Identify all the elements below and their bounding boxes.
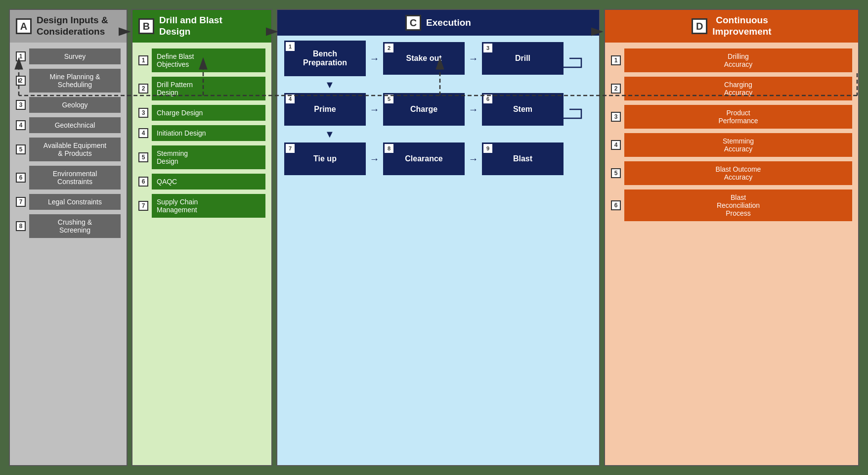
- step-number: 5: [385, 95, 393, 103]
- section-a-letter: A: [16, 18, 32, 34]
- item-label: Charge Design: [152, 105, 265, 121]
- step-number: 6: [483, 95, 492, 103]
- execution-step: 7Tie up: [284, 142, 366, 175]
- item-label: Mine Planning & Scheduling: [29, 69, 121, 93]
- list-item: 2 Drill Pattern Design: [138, 77, 265, 100]
- section-d-header: D Continuous Improvement: [605, 10, 858, 43]
- section-b-items: 1 Define Blast Objectives 2 Drill Patter…: [132, 45, 271, 222]
- list-item: 5 Stemming Design: [138, 145, 265, 169]
- list-item: 6 Environmental Constraints: [16, 166, 121, 190]
- list-item: 4 Initiation Design: [138, 125, 265, 141]
- item-label: Product Performance: [624, 105, 852, 129]
- item-number: 5: [611, 168, 621, 178]
- flow-arrow-return: [564, 48, 583, 68]
- list-item: 1 Drilling Accuracy: [611, 48, 852, 72]
- list-item: 3 Geology: [16, 97, 121, 113]
- section-c-header: C Execution: [277, 10, 599, 36]
- step-number: 1: [286, 42, 295, 51]
- flow-arrow-right: →: [465, 104, 482, 115]
- list-item: 6 Blast Reconciliation Process: [611, 190, 852, 221]
- item-number: 4: [611, 140, 621, 150]
- flow-arrow-right: →: [465, 53, 482, 64]
- execution-row: 1BenchPreparation→2Stake out→3Drill: [284, 41, 592, 76]
- item-number: 3: [138, 108, 148, 118]
- section-c-title: Execution: [426, 17, 471, 29]
- execution-step: 8Clearance: [383, 142, 465, 175]
- list-item: 4 Stemming Accuracy: [611, 133, 852, 157]
- execution-step: 1BenchPreparation: [284, 41, 366, 76]
- list-item: 1 Survey: [16, 48, 121, 64]
- item-label: Stemming Accuracy: [624, 133, 852, 157]
- execution-row: 7Tie up→8Clearance→9Blast: [284, 142, 592, 175]
- item-label: Stemming Design: [152, 145, 265, 169]
- section-b-header: B Drill and Blast Design: [132, 10, 271, 43]
- flow-arrow-right: →: [366, 153, 383, 165]
- item-number: 3: [16, 100, 26, 110]
- item-label: Geotechnical: [29, 117, 121, 133]
- section-d-items: 1 Drilling Accuracy 2 Charging Accuracy …: [605, 45, 858, 225]
- list-item: 1 Define Blast Objectives: [138, 48, 265, 72]
- section-d-title: Continuous Improvement: [712, 15, 771, 38]
- item-number: 8: [16, 221, 26, 231]
- item-label: Available Equipment & Products: [29, 138, 121, 161]
- item-number: 1: [138, 55, 148, 65]
- list-item: 6 QAQC: [138, 174, 265, 190]
- list-item: 5 Blast Outcome Accuracy: [611, 161, 852, 185]
- section-a-title: Design Inputs & Considerations: [37, 15, 108, 38]
- section-d: D Continuous Improvement 1 Drilling Accu…: [604, 9, 859, 466]
- list-item: 7 Legal Constraints: [16, 194, 121, 210]
- list-item: 2 Charging Accuracy: [611, 77, 852, 100]
- item-label: Drilling Accuracy: [624, 48, 852, 72]
- item-number: 4: [16, 120, 26, 130]
- item-label: Geology: [29, 97, 121, 113]
- list-item: 4 Geotechnical: [16, 117, 121, 133]
- execution-grid: 1BenchPreparation→2Stake out→3Drill▼4Pri…: [277, 36, 599, 180]
- list-item: 3 Product Performance: [611, 105, 852, 129]
- item-number: 4: [138, 128, 148, 138]
- section-b-title: Drill and Blast Design: [159, 15, 222, 38]
- list-item: 5 Available Equipment & Products: [16, 138, 121, 161]
- list-item: 3 Charge Design: [138, 105, 265, 121]
- item-label: Crushing & Screening: [29, 214, 121, 238]
- item-number: 7: [138, 201, 148, 211]
- section-d-letter: D: [692, 18, 707, 34]
- execution-step: 9Blast: [482, 142, 564, 175]
- execution-step: 3Drill: [482, 42, 564, 75]
- section-b: B Drill and Blast Design 1 Define Blast …: [131, 9, 272, 466]
- step-number: 9: [483, 144, 492, 153]
- item-number: 6: [16, 173, 26, 183]
- item-number: 6: [138, 177, 148, 187]
- item-number: 1: [16, 51, 26, 61]
- item-label: Drill Pattern Design: [152, 77, 265, 100]
- item-label: Supply Chain Management: [152, 194, 265, 218]
- section-a-items: 1 Survey 2 Mine Planning & Scheduling 3 …: [10, 45, 127, 242]
- step-number: 3: [483, 44, 492, 52]
- list-item: 2 Mine Planning & Scheduling: [16, 69, 121, 93]
- flow-arrow-right: →: [465, 153, 482, 165]
- item-label: Define Blast Objectives: [152, 48, 265, 72]
- execution-row: 4Prime→5Charge→6Stem: [284, 93, 592, 126]
- step-number: 8: [385, 144, 393, 153]
- step-number: 4: [286, 95, 295, 103]
- item-label: Charging Accuracy: [624, 77, 852, 100]
- flow-arrow-down: ▼: [284, 79, 592, 90]
- item-label: Environmental Constraints: [29, 166, 121, 190]
- item-label: Blast Reconciliation Process: [624, 190, 852, 221]
- section-a: A Design Inputs & Considerations 1 Surve…: [9, 9, 128, 466]
- item-number: 7: [16, 197, 26, 207]
- list-item: 7 Supply Chain Management: [138, 194, 265, 218]
- item-number: 6: [611, 200, 621, 210]
- flow-arrow-right: →: [366, 53, 383, 64]
- list-item: 8 Crushing & Screening: [16, 214, 121, 238]
- execution-step: 6Stem: [482, 93, 564, 126]
- item-number: 1: [611, 55, 621, 65]
- section-c: C Execution 1BenchPreparation→2Stake out…: [276, 9, 600, 466]
- flow-arrow-down: ▼: [284, 129, 592, 140]
- item-label: QAQC: [152, 174, 265, 190]
- step-number: 2: [385, 44, 393, 52]
- section-c-letter: C: [405, 15, 421, 31]
- item-number: 2: [611, 84, 621, 94]
- item-number: 5: [16, 144, 26, 154]
- item-label: Blast Outcome Accuracy: [624, 161, 852, 185]
- item-number: 2: [138, 84, 148, 94]
